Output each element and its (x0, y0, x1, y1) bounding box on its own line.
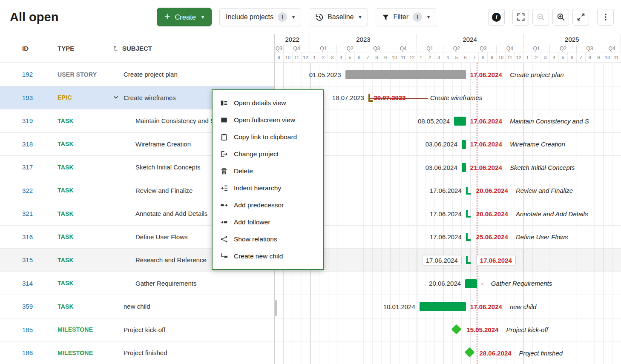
timeline-month: 7 (470, 52, 479, 63)
wp-id-link[interactable]: 315 (0, 256, 58, 264)
zoom-in-button[interactable] (552, 9, 569, 26)
menu-item-add-predecessor[interactable]: Add predecessor (213, 197, 323, 214)
gantt-row[interactable]: 08.05.202417.06.2024Maintain Consistency… (275, 109, 621, 133)
context-menu: Open details viewOpen fullscreen viewCop… (212, 89, 324, 270)
wp-subject[interactable]: Project finished (113, 349, 274, 356)
column-header-type[interactable]: TYPE (58, 45, 113, 52)
wp-subject[interactable]: Gather Requirements (113, 280, 274, 287)
gantt-bar[interactable] (454, 117, 466, 126)
gantt-row[interactable]: 20.06.2024-Gather Requirements (275, 272, 621, 295)
wp-subject-text: Sketch Initial Concepts (135, 163, 201, 171)
more-options-button[interactable] (597, 9, 614, 26)
wp-subject[interactable]: new child (113, 303, 274, 310)
gantt-row[interactable]: 17.06.202420.06.2024Annotate and Add Det… (275, 202, 621, 226)
gantt-labels: 17.06.2024Wireframe Creation (470, 140, 565, 148)
timeline-month: 12 (515, 52, 523, 63)
gantt-row[interactable]: 28.06.2024Project finished (275, 341, 621, 364)
gantt-bar[interactable] (462, 140, 466, 149)
zoom-to-fit-button[interactable] (512, 9, 529, 26)
gantt-clamp[interactable] (466, 187, 471, 195)
gantt-bar[interactable] (345, 70, 466, 79)
timeline-quarter: Q2 (550, 45, 577, 52)
wp-id-link[interactable]: 319 (0, 117, 58, 124)
menu-item-change-project[interactable]: Change project (213, 146, 323, 163)
menu-item-delete[interactable]: Delete (213, 163, 323, 180)
wp-id-link[interactable]: 318 (0, 140, 58, 148)
gantt-bar-label: Review and Finalize (516, 187, 573, 194)
gantt-row[interactable]: 18.07.202320.07.2023Create wireframes (275, 86, 621, 110)
column-header-subject[interactable]: SUBJECT (113, 45, 274, 52)
create-button[interactable]: + Create ▾ (157, 8, 212, 26)
table-row[interactable]: 359TASKnew child (0, 295, 274, 318)
wp-subject-text: Define User Flows (135, 233, 188, 241)
table-row[interactable]: 186MILESTONEProject finished (0, 341, 274, 364)
wp-subject[interactable]: Project kick-off (113, 326, 274, 333)
gantt-row[interactable]: 10.01.202417.06.2024new child (275, 295, 621, 318)
table-row[interactable]: 192USER STORYCreate project plan (0, 63, 274, 86)
baseline-button[interactable]: Baseline ▾ (309, 8, 368, 26)
gantt-row[interactable]: 17.06.202425.06.2024Define User Flows (275, 226, 621, 249)
table-row[interactable]: 185MILESTONEProject kick-off (0, 318, 274, 342)
wp-type: EPIC (58, 94, 113, 101)
timeline-quarter: Q4 (284, 45, 310, 52)
menu-item-add-follower[interactable]: Add follower (213, 214, 323, 231)
gantt-clamp[interactable] (466, 210, 471, 218)
wp-subject-text: Project kick-off (124, 326, 165, 333)
gantt-start-date: 10.01.2024 (383, 303, 415, 310)
gantt-row[interactable]: 15.05.2024Project kick-off (275, 318, 621, 342)
zoom-out-button[interactable] (532, 9, 549, 26)
wp-id-link[interactable]: 322 (0, 187, 58, 194)
gantt-clamp[interactable] (466, 233, 471, 241)
menu-item-copy-link-to-clipboard[interactable]: Copy link to clipboard (213, 129, 323, 146)
menu-item-indent-hierarchy[interactable]: Indent hierarchy (213, 180, 323, 197)
wp-id-link[interactable]: 192 (0, 71, 58, 78)
gantt-row[interactable]: 03.06.202417.06.2024Wireframe Creation (275, 133, 621, 156)
filter-label: Filter (394, 13, 409, 21)
column-header-id[interactable]: ID (0, 45, 58, 52)
wp-id-link[interactable]: 193 (0, 94, 58, 101)
menu-item-open-fullscreen-view[interactable]: Open fullscreen view (213, 112, 323, 129)
menu-item-create-new-child[interactable]: Create new child (213, 248, 323, 265)
wp-subject[interactable]: Create project plan (113, 71, 274, 78)
table-row[interactable]: 314TASKGather Requirements (0, 272, 274, 295)
gantt-bar[interactable] (465, 279, 477, 288)
chevron-down-icon: ▾ (292, 14, 295, 20)
toolbar-icon-buttons: i (488, 9, 614, 26)
chevron-down-icon[interactable] (113, 95, 121, 100)
menu-item-show-relations[interactable]: Show relations (213, 231, 323, 248)
gantt-clamp[interactable] (466, 256, 471, 264)
wp-type: TASK (58, 303, 113, 310)
gantt-row[interactable]: 01.05.202317.06.2024Create project plan (275, 63, 621, 86)
timeline-month: 7 (577, 52, 586, 63)
gantt-chart: 2022202320242025 Q3Q4Q1Q2Q3Q4Q1Q2Q3Q4Q1Q… (275, 34, 621, 364)
wp-id-link[interactable]: 359 (0, 303, 58, 310)
filter-button[interactable]: Filter 1 ▾ (376, 8, 437, 26)
fullscreen-button[interactable] (572, 9, 589, 26)
gantt-row[interactable]: 17.06.202417.06.2024 (275, 249, 621, 272)
wp-id-link[interactable]: 321 (0, 210, 58, 217)
include-projects-button[interactable]: Include projects 1 ▾ (219, 8, 301, 26)
menu-item-open-details-view[interactable]: Open details view (213, 95, 323, 112)
gantt-labels: 15.05.2024Project kick-off (466, 326, 548, 333)
timeline-quarter: Q4 (497, 45, 523, 52)
gantt-bar[interactable] (462, 163, 466, 172)
wp-id-link[interactable]: 314 (0, 280, 58, 287)
timeline-month: 4 (550, 52, 559, 63)
timeline-month: 10 (603, 52, 612, 63)
table-resize-handle[interactable] (275, 300, 277, 316)
wp-id-link[interactable]: 186 (0, 349, 58, 356)
wp-id-link[interactable]: 316 (0, 233, 58, 241)
zoom-out-icon (537, 13, 545, 21)
gantt-row[interactable]: 03.06.202421.06.2024Sketch Initial Conce… (275, 156, 621, 179)
timeline-month: 11 (293, 52, 302, 63)
menu-item-label: Change project (234, 150, 279, 158)
milestone-diamond-icon[interactable] (464, 347, 474, 357)
wp-id-link[interactable]: 317 (0, 163, 58, 171)
table-header: ID TYPE SUBJECT (0, 34, 274, 63)
gantt-bar[interactable] (420, 302, 466, 311)
gantt-row[interactable]: 17.06.202420.06.2024Review and Finalize (275, 179, 621, 203)
info-button[interactable]: i (488, 9, 505, 26)
hierarchy-icon[interactable] (113, 46, 119, 52)
milestone-diamond-icon[interactable] (451, 324, 462, 334)
wp-id-link[interactable]: 185 (0, 326, 58, 333)
